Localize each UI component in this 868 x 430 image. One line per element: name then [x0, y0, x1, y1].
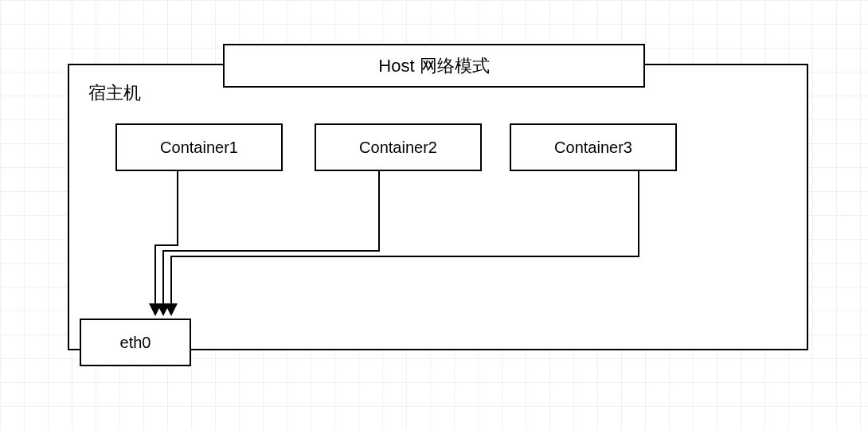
eth0-label: eth0 [120, 334, 151, 352]
container-1-box: Container1 [115, 123, 283, 171]
host-box: 宿主机 [68, 64, 808, 350]
container-2-label: Container2 [359, 139, 437, 157]
eth0-box: eth0 [80, 319, 191, 366]
container-1-label: Container1 [160, 139, 238, 157]
title-box: Host 网络模式 [223, 44, 645, 88]
container-2-box: Container2 [315, 123, 482, 171]
container-3-label: Container3 [554, 139, 632, 157]
title-text: Host 网络模式 [378, 54, 489, 78]
diagram-canvas: 宿主机 Host 网络模式 Container1 Container2 Cont… [0, 0, 868, 430]
container-3-box: Container3 [510, 123, 677, 171]
